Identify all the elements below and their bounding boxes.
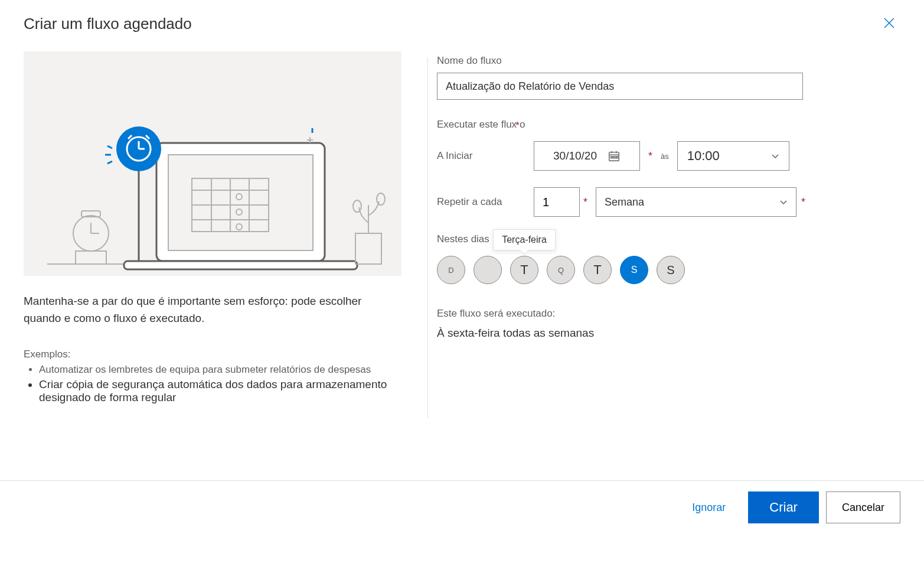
start-date-value: 30/10/20 (553, 149, 597, 162)
repeat-unit-value: Semana (605, 196, 644, 209)
required-asterisk: * (801, 196, 805, 209)
day-button-tue[interactable]: T Terça-feira (510, 256, 538, 284)
chevron-down-icon (771, 152, 779, 160)
examples-label: Exemplos: (24, 349, 401, 360)
svg-rect-36 (616, 157, 618, 158)
svg-rect-35 (613, 157, 615, 158)
day-button-wed[interactable]: Q (547, 256, 575, 284)
required-asterisk: * (648, 150, 652, 162)
cancel-button[interactable]: Cancelar (826, 491, 900, 523)
start-date-input[interactable]: 30/10/20 (534, 141, 640, 171)
svg-rect-3 (124, 261, 357, 269)
flow-name-input[interactable] (437, 73, 803, 100)
repeat-unit-select[interactable]: Semana (596, 187, 796, 217)
svg-point-28 (353, 200, 361, 212)
day-button-mon[interactable] (474, 256, 502, 284)
day-button-sun[interactable]: D (437, 256, 465, 284)
start-time-select[interactable]: 10:00 (677, 141, 789, 171)
ignore-button[interactable]: Ignorar (677, 491, 741, 523)
dialog-title: Criar um fluxo agendado (24, 15, 192, 33)
repeat-label: Repetir a cada (437, 196, 525, 208)
start-label: A Iniciar (437, 150, 525, 162)
svg-rect-34 (610, 157, 612, 158)
repeat-count-input[interactable] (534, 187, 580, 217)
svg-line-20 (107, 146, 112, 148)
run-flow-label: Executar este flux*o (437, 119, 900, 131)
svg-line-21 (107, 161, 112, 164)
day-tooltip: Terça-feira (493, 229, 556, 250)
description-text: Mantenha-se a par do que é importante se… (24, 292, 401, 327)
day-button-sat[interactable]: S (657, 256, 685, 284)
create-button[interactable]: Criar (748, 491, 819, 523)
summary-text: À sexta-feira todas as semanas (437, 327, 900, 340)
close-button[interactable] (878, 12, 900, 36)
start-time-value: 10:00 (687, 148, 720, 164)
summary-label: Este fluxo será executado: (437, 308, 900, 320)
svg-rect-27 (355, 233, 381, 264)
calendar-icon (608, 149, 621, 162)
required-asterisk: * (515, 120, 520, 132)
close-icon (883, 17, 896, 30)
svg-rect-26 (76, 251, 106, 264)
right-column: Nome do fluxo Executar este flux*o A Ini… (437, 51, 900, 406)
vertical-divider (427, 57, 428, 418)
illustration (24, 51, 401, 276)
day-button-fri[interactable]: S (620, 256, 648, 284)
days-row: D T Terça-feira Q T S S (437, 256, 900, 284)
left-column: Mantenha-se a par do que é importante se… (24, 51, 401, 406)
example-item: Criar cópia de segurança automática dos … (39, 378, 401, 404)
scheduled-flow-dialog: Criar um fluxo agendado (0, 0, 924, 406)
start-row: A Iniciar 30/10/20 * às 10:00 (437, 141, 900, 171)
svg-rect-2 (168, 155, 313, 250)
day-button-thu[interactable]: T (583, 256, 612, 284)
examples-list: Automatizar os lembretes de equipa para … (24, 364, 401, 404)
example-item: Automatizar os lembretes de equipa para … (39, 364, 401, 376)
dialog-footer: Ignorar Criar Cancelar (0, 480, 924, 523)
dialog-header: Criar um fluxo agendado (24, 12, 900, 36)
svg-point-29 (377, 193, 385, 205)
required-asterisk: * (583, 196, 587, 209)
at-label: às (661, 152, 669, 161)
chevron-down-icon (779, 198, 788, 206)
repeat-row: Repetir a cada * Semana * (437, 187, 900, 217)
flow-name-label: Nome do fluxo (437, 55, 900, 67)
